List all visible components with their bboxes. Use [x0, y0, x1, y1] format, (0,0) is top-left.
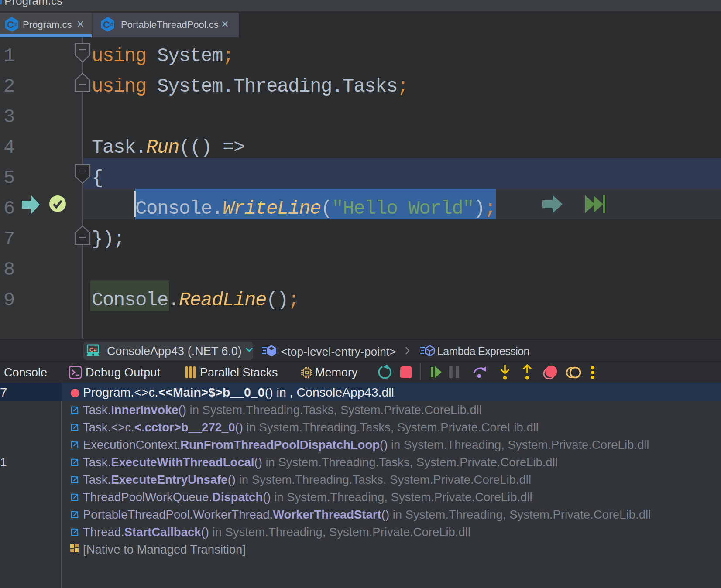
svg-text:C: C — [7, 19, 14, 30]
svg-text:#: # — [14, 22, 17, 27]
svg-text:C#: C# — [89, 346, 97, 353]
svg-text:C: C — [103, 19, 110, 30]
svg-text:#: # — [110, 22, 113, 27]
